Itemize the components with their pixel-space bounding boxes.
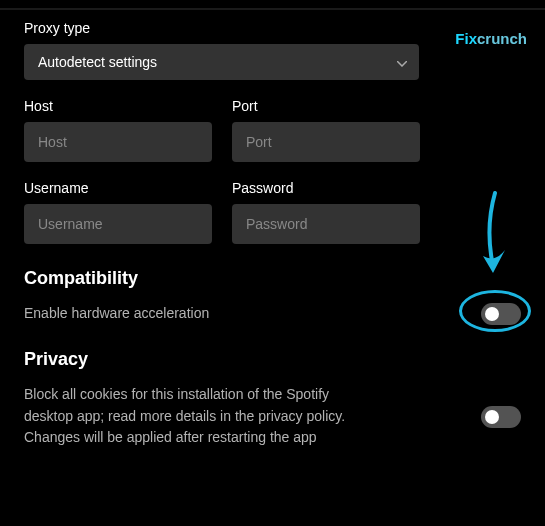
host-input[interactable] [24, 122, 212, 162]
hw-accel-label: Enable hardware acceleration [24, 303, 209, 325]
block-cookies-desc: Block all cookies for this installation … [24, 384, 374, 449]
password-input[interactable] [232, 204, 420, 244]
compatibility-title: Compatibility [24, 268, 521, 289]
password-label: Password [232, 180, 420, 196]
username-label: Username [24, 180, 212, 196]
hw-accel-toggle[interactable] [481, 303, 521, 325]
privacy-title: Privacy [24, 349, 521, 370]
toggle-knob [485, 410, 499, 424]
username-input[interactable] [24, 204, 212, 244]
top-border [0, 8, 545, 10]
block-cookies-toggle[interactable] [481, 406, 521, 428]
port-input[interactable] [232, 122, 420, 162]
toggle-knob [485, 307, 499, 321]
port-label: Port [232, 98, 420, 114]
proxy-type-label: Proxy type [24, 20, 521, 36]
host-label: Host [24, 98, 212, 114]
proxy-type-select[interactable]: Autodetect settings [24, 44, 419, 80]
